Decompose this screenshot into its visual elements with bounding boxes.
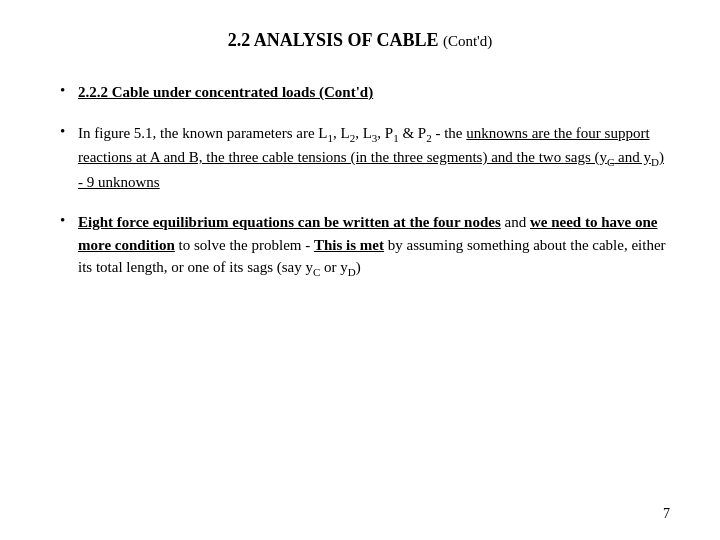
bullet-text-3: Eight force equilibrium equations can be… — [78, 211, 670, 281]
bullet-item-1: • 2.2.2 Cable under concentrated loads (… — [60, 81, 670, 104]
slide-page: 2.2 ANALYSIS OF CABLE (Cont'd) • 2.2.2 C… — [0, 0, 720, 540]
heading-text: 2.2.2 Cable under concentrated loads (Co… — [78, 84, 373, 100]
bullet-symbol-1: • — [60, 81, 78, 99]
bullet-symbol-3: • — [60, 211, 78, 229]
title-main: 2.2 ANALYSIS OF CABLE — [228, 30, 439, 50]
title-sub: (Cont'd) — [443, 33, 492, 49]
bullet-item-2: • In figure 5.1, the known parameters ar… — [60, 122, 670, 194]
underline-segment-4: This is met — [314, 237, 384, 253]
bullet-text-2: In figure 5.1, the known parameters are … — [78, 122, 670, 194]
slide-title: 2.2 ANALYSIS OF CABLE (Cont'd) — [50, 30, 670, 51]
slide-content: • 2.2.2 Cable under concentrated loads (… — [50, 81, 670, 281]
page-number: 7 — [663, 506, 670, 522]
bullet-item-3: • Eight force equilibrium equations can … — [60, 211, 670, 281]
underline-segment-2: Eight force equilibrium equations can be… — [78, 214, 501, 230]
bullet-text-1: 2.2.2 Cable under concentrated loads (Co… — [78, 81, 670, 104]
bullet-symbol-2: • — [60, 122, 78, 140]
